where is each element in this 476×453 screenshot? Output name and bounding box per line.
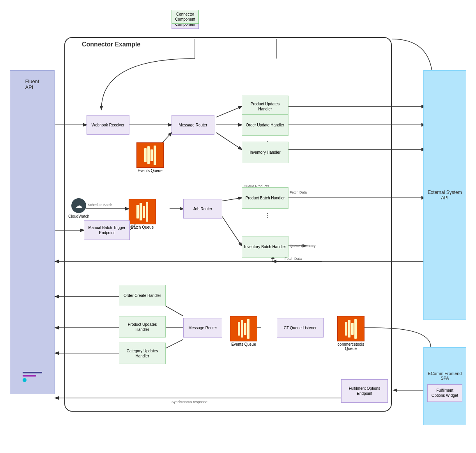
ct-queue-listener-label: CT Queue Listener [284, 325, 317, 330]
commercetools-queue-icon [343, 316, 358, 341]
order-update-handler-box: Order Update Handler [242, 114, 288, 136]
connector-component-box: Connector Component [172, 10, 199, 24]
nc-label: nc [130, 225, 134, 229]
order-create-handler-label: Order Create Handler [124, 293, 161, 298]
synchronous-response-label: Synchronous response [172, 400, 207, 404]
inventory-handler-label: Inventory Handler [250, 150, 281, 155]
bar1 [345, 322, 347, 336]
events-queue-1-icon [143, 143, 157, 167]
dots-2: ⋮ [264, 212, 271, 219]
cloudwatch-box: ☁ CloudWatch [68, 198, 89, 219]
commercetools-queue-box [337, 316, 365, 341]
bar1 [136, 205, 139, 219]
external-api-label: External System API [424, 190, 466, 201]
fulfilment-options-endpoint-label: Fulfilment Options Endpoint [343, 386, 386, 396]
bar2 [140, 203, 142, 220]
events-queue-2-icon [236, 316, 251, 341]
legend-dark-line [23, 372, 42, 373]
order-update-handler-label: Order Update Handler [246, 123, 284, 128]
product-updates-handler-label: Product Updates Handler [244, 101, 287, 112]
events-queue-1-label: Events Queue [136, 169, 165, 173]
category-updates-handler-label: Category Updates Handler [121, 348, 164, 359]
job-router-box: Job Router [183, 199, 222, 219]
bar3 [351, 323, 354, 335]
ecomm-label: EComm Frontend SPA [424, 371, 466, 380]
inventory-batch-handler-box: Inventory Batch Handler [242, 236, 288, 258]
bar4 [354, 319, 357, 339]
bar2 [241, 320, 243, 338]
batch-queue-box [129, 199, 156, 224]
ct-queue-listener-box: CT Queue Listener [277, 318, 324, 338]
events-queue-1-box [136, 142, 164, 168]
job-router-label: Job Router [193, 206, 212, 211]
bar1 [238, 322, 240, 336]
fluent-api-label: FluentAPI [25, 78, 39, 90]
fetch-data-2-label: Fetch Data [285, 257, 302, 261]
fulfilment-options-widget-label: Fulfilment Options Widget [429, 388, 460, 398]
message-router-2-label: Message Router [188, 325, 217, 330]
events-queue-2-box [230, 316, 257, 341]
product-batch-handler-label: Product Batch Handler [246, 195, 285, 201]
diagram-container: Connect SDK Component Connector Componen… [4, 4, 472, 449]
batch-queue-icon [135, 199, 150, 224]
bar3 [244, 323, 246, 335]
legend-purple-line [23, 375, 36, 377]
message-router-1-box: Message Router [172, 115, 214, 135]
connector-component-label: Connector Component [173, 12, 197, 22]
bar2 [348, 320, 350, 338]
inventory-handler-box: Inventory Handler [242, 142, 288, 163]
external-api-panel: External System API [423, 70, 466, 320]
fulfilment-options-endpoint-box: Fulfilment Options Endpoint [341, 379, 388, 403]
product-updates-handler-box: Product Updates Handler [242, 96, 288, 117]
bar1 [144, 148, 147, 162]
message-router-2-box: Message Router [183, 318, 222, 338]
manual-batch-trigger-box: Manual Batch Trigger Endpoint [84, 220, 130, 240]
fluent-api-panel: FluentAPI [10, 70, 55, 394]
commercetools-queue-label: commercetools Queue [336, 342, 365, 351]
fulfilment-options-widget-box: Fulfilment Options Widget [427, 384, 462, 402]
ecomm-panel: EComm Frontend SPA Fulfilment Options Wi… [423, 347, 466, 425]
webhook-receiver-label: Webhook Receiver [92, 123, 124, 128]
connector-example-title: Connector Example [82, 41, 140, 48]
cloudwatch-icon: ☁ [71, 198, 86, 213]
bar4 [146, 202, 148, 222]
order-create-handler-box: Order Create Handler [119, 285, 166, 306]
bar4 [247, 319, 250, 339]
fluent-legend-icons [23, 372, 42, 382]
schedule-batch-label: Schedule Batch [88, 203, 112, 207]
product-updates-handler-2-box: Product Updates Handler [119, 316, 166, 338]
bar4 [154, 146, 156, 165]
product-updates-handler-2-label: Product Updates Handler [121, 322, 164, 332]
queue-inventory-label: Queue Inventory [290, 244, 316, 248]
message-router-1-label: Message Router [179, 123, 207, 128]
bar2 [147, 146, 150, 164]
bar3 [150, 149, 153, 161]
manual-batch-trigger-label: Manual Batch Trigger Endpoint [86, 225, 128, 235]
bar3 [143, 206, 145, 218]
events-queue-2-label: Events Queue [229, 342, 258, 346]
product-batch-handler-box: Product Batch Handler [242, 187, 288, 209]
category-updates-handler-box: Category Updates Handler [119, 343, 166, 364]
webhook-receiver-box: Webhook Receiver [87, 115, 129, 135]
fetch-data-1-label: Fetch Data [290, 190, 307, 194]
cloudwatch-label: CloudWatch [68, 214, 89, 219]
legend-dot [23, 378, 27, 382]
inventory-batch-handler-label: Inventory Batch Handler [244, 244, 286, 249]
